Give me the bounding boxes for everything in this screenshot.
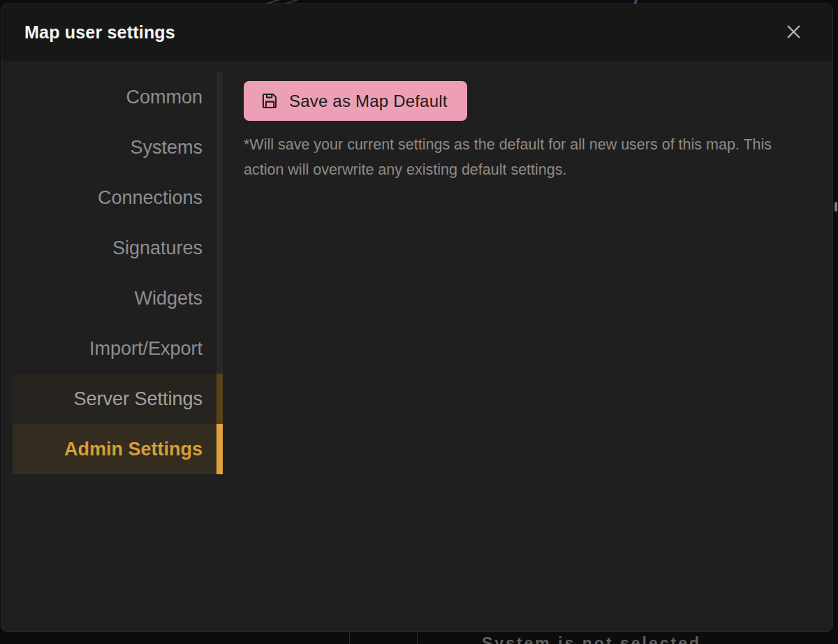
tab-common[interactable]: Common bbox=[13, 72, 223, 122]
tab-label: Server Settings bbox=[73, 388, 203, 410]
background-divider bbox=[349, 633, 350, 644]
tab-widgets[interactable]: Widgets bbox=[13, 273, 223, 323]
save-default-note: *Will save your current settings as the … bbox=[244, 132, 799, 182]
tab-label: Admin Settings bbox=[64, 439, 203, 460]
tab-label: Widgets bbox=[134, 288, 203, 309]
tab-systems[interactable]: Systems bbox=[13, 122, 223, 173]
settings-tab-list: Common Systems Connections Signatures Wi… bbox=[13, 72, 223, 474]
tab-import-export[interactable]: Import/Export bbox=[13, 323, 223, 374]
background-text: System is not selected bbox=[482, 632, 817, 644]
admin-settings-panel: Save as Map Default *Will save your curr… bbox=[223, 61, 832, 631]
tab-indicator-bar bbox=[216, 424, 223, 474]
tab-label: Systems bbox=[130, 137, 203, 159]
save-icon bbox=[260, 92, 279, 110]
map-user-settings-dialog: Map user settings Common Systems bbox=[1, 3, 833, 632]
tab-label: Common bbox=[126, 87, 203, 108]
tab-server-settings[interactable]: Server Settings bbox=[13, 374, 223, 424]
tab-label: Connections bbox=[98, 187, 203, 209]
tab-label: Import/Export bbox=[89, 338, 203, 360]
close-icon bbox=[784, 22, 803, 43]
close-button[interactable] bbox=[779, 19, 807, 47]
tab-indicator-bar bbox=[216, 374, 223, 424]
background-scrollbar-fragment bbox=[835, 202, 837, 212]
tab-label: Signatures bbox=[112, 237, 203, 259]
settings-tab-sidebar: Common Systems Connections Signatures Wi… bbox=[1, 61, 223, 631]
tab-connections[interactable]: Connections bbox=[13, 173, 223, 223]
save-as-map-default-button[interactable]: Save as Map Default bbox=[244, 81, 467, 121]
tab-signatures[interactable]: Signatures bbox=[13, 223, 223, 273]
background-divider bbox=[417, 633, 418, 644]
dialog-title: Map user settings bbox=[24, 22, 175, 43]
dialog-header: Map user settings bbox=[1, 4, 832, 61]
tab-admin-settings[interactable]: Admin Settings bbox=[13, 424, 223, 474]
save-button-label: Save as Map Default bbox=[289, 92, 448, 111]
dialog-body: Common Systems Connections Signatures Wi… bbox=[1, 61, 832, 631]
